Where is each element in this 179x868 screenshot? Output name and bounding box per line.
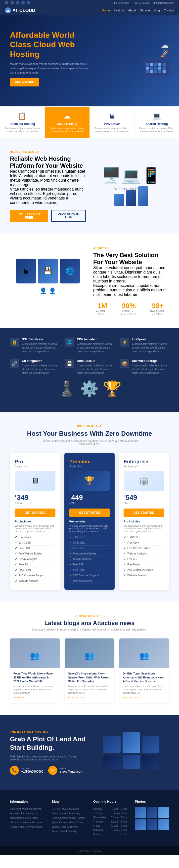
plan-name-1: Premium <box>69 459 110 465</box>
footer: Information Sit feugiat habitant amet se… <box>0 790 179 846</box>
cta-heading-line1: Grab A Plot Of Land And <box>10 735 85 743</box>
hours-day-4: Friday <box>93 825 100 827</box>
tech-title-2: LiteSpeed <box>132 338 169 341</box>
hours-row-0: Monday 8.0am – 5.0pm <box>93 807 127 811</box>
yt-icon[interactable] <box>27 1 30 4</box>
about-label: ABOUT US <box>93 247 169 250</box>
tech-icon-4: 💾 <box>65 359 74 368</box>
blog-card-1: 👥 SpaceX's Inspirational Crew Speaks Fro… <box>65 639 114 703</box>
li-icon[interactable] <box>21 1 25 4</box>
nav-contact[interactable]: Contact <box>164 9 174 12</box>
footer-bottom: Copyright © hostlabs <box>0 846 179 855</box>
feature-item: Web site Analysis <box>124 573 164 578</box>
stat-label-1: POSITIVE FEEDBACK <box>116 310 141 315</box>
feature-item: 10-10 SSD <box>124 535 164 540</box>
stat-num-0: 1M <box>93 302 111 310</box>
footer-info-text: Sit feugiat habitant amet sed eu vestibu… <box>10 807 44 829</box>
nav-blog[interactable]: Blog <box>154 9 160 12</box>
blog-section: OUR NEWS & TIPS Latest blogs ans Attacti… <box>0 602 179 715</box>
feature-card-3[interactable]: 💻 Shared Hosting Facilisis amet at orci … <box>135 107 179 138</box>
feature-card-0[interactable]: 📋 Unlimited Hosting Facilisis amet at or… <box>0 107 45 138</box>
tech-title-3: Git Integration <box>22 359 59 363</box>
feature-item: Google Analytics <box>69 556 110 562</box>
hours-day-0: Monday <box>93 808 102 810</box>
tech-title-1: CDN Included <box>77 338 114 341</box>
nav-about[interactable]: About <box>128 9 136 12</box>
hours-time-0: 8.0am – 5.0pm <box>111 808 127 810</box>
topbar: +1 876 543 xxx +66 11 723 xx info@hostla… <box>0 0 179 5</box>
feature-desc-3: Facilisis amet at orci sapien. Metus orn… <box>139 127 175 133</box>
fb-icon[interactable] <box>5 1 8 4</box>
hours-time-4: 8.0am – 5.0pm <box>111 825 127 827</box>
feature-card-1[interactable]: ☁ Cloud Hosting Facilisis amet at orci s… <box>45 107 90 138</box>
hero-heading-line3: Hosting <box>10 50 39 59</box>
hero-heading: Affordable World Class Cloud Web Hosting <box>10 30 90 59</box>
phone-icon: 📞 <box>10 766 19 775</box>
stat-2: 98+ DATABASE CENTER <box>146 302 169 315</box>
stat-1: 90% POSITIVE FEEDBACK <box>116 302 141 315</box>
blog-link-2[interactable]: Read more > > > <box>123 696 140 699</box>
try-free-button[interactable]: TRY FOR 7 DAYS FREE <box>10 210 48 222</box>
hours-day-1: Tuesday <box>93 812 103 814</box>
feature-desc-1: Facilisis amet at orci sapien. Metus orn… <box>49 127 85 133</box>
blog-excerpt-0: Lorem ipsum dolor sit amet, consectetur … <box>13 685 56 695</box>
pricing-cards: Pro Single Use 🖥 £349 / Month GET STARTE… <box>10 453 169 590</box>
feature-item: Free CDN <box>124 540 164 546</box>
footer-photo-2 <box>147 807 157 818</box>
copyright: Copyright © hostlabs <box>78 849 101 852</box>
stat-num-2: 98+ <box>146 302 169 310</box>
footer-blog-link-1[interactable]: SpaceX's Inspirational Crew Speaks From … <box>52 820 86 834</box>
plan-includes-desc-2: We also always offer discounts and promo… <box>124 524 164 533</box>
nav-home[interactable]: Home <box>102 9 110 12</box>
nav-feature[interactable]: Feature <box>114 9 124 12</box>
footer-photos: Photos <box>135 800 169 836</box>
hero-section: Affordable World Class Cloud Web Hosting… <box>0 16 179 106</box>
tw-icon[interactable] <box>10 1 14 4</box>
feature-card-2[interactable]: 🖥 VPS Server Facilisis amet at orci sapi… <box>90 107 135 138</box>
hero-visual: ☁ 🚀 <box>99 40 169 76</box>
cta-email: ✉ EMAIL steve@mail.com <box>48 766 83 775</box>
phone-value: +1(800)0000000 <box>21 770 43 773</box>
footer-blog-links: Dr. Eric Topol Says More Americans Will … <box>52 807 86 834</box>
pricing-section: PRICING PLANS Host Your Business With Ze… <box>0 412 179 602</box>
feature-title-0: Unlimited Hosting <box>4 122 40 126</box>
tech-grid: 🔒 SSL Certificate Cursus mattis molestie… <box>10 338 169 375</box>
tech-icon-3: 🔗 <box>10 359 19 368</box>
tech-desc-5: Cursus mattis molestie a lacinia at erat… <box>132 364 169 375</box>
cta-text: THE BEST WEB HOSTING Grab A Plot Of Land… <box>10 730 86 775</box>
feature-item: Free Panel <box>15 567 55 573</box>
nav-links: Home Feature About Service Blog Contact <box>102 9 174 12</box>
footer-blog-title: Blog <box>52 800 86 803</box>
feature-item: 24/7 Customer Support <box>69 573 110 578</box>
feature-title-2: VPS Server <box>94 122 130 126</box>
tech-item-5: 📦 Unlimited Storage Cursus mattis molest… <box>120 359 169 375</box>
gp-icon[interactable] <box>16 1 20 4</box>
footer-photo-4 <box>135 819 146 830</box>
hero-cta-button[interactable]: KNOW MORE <box>10 78 39 87</box>
choose-plan-button[interactable]: CHOOSE YOUR PLAN <box>51 210 86 222</box>
stat-0: 1M WEBSITE HOST <box>93 302 111 315</box>
phone-label: PHONE <box>21 767 43 770</box>
tech-item-0: 🔒 SSL Certificate Cursus mattis molestie… <box>10 338 59 353</box>
blog-title-2: Dr. Eric Topol Says More Americans Will … <box>123 672 166 683</box>
topbar-socials <box>5 1 30 4</box>
plan-type-1: Single Use <box>69 465 110 468</box>
blog-link-1[interactable]: Read more > > > <box>68 696 85 699</box>
plan-btn-0[interactable]: GET STARTED <box>15 508 55 517</box>
tech-title-4: Auto Backup <box>77 359 114 363</box>
footer-blog-link-0[interactable]: Dr. Eric Topol Says More Americans Will … <box>52 807 86 820</box>
hero-building <box>143 60 169 76</box>
feature-title-3: Shared Hosting <box>139 122 175 126</box>
stat-num-1: 90% <box>116 302 141 310</box>
hours-row-2: Wednesday 8.0am – 5.0pm <box>93 815 127 819</box>
about-heading: The Very Best Solution For Your Website <box>93 252 169 266</box>
plan-btn-2[interactable]: GET STARTED <box>124 508 164 517</box>
features-row: 📋 Unlimited Hosting Facilisis amet at or… <box>0 106 179 138</box>
plan-btn-1[interactable]: GET STARTED <box>69 508 110 517</box>
hours-row-5: Saturday 9.0am – 1.0pm <box>93 828 127 832</box>
tech-desc-0: Cursus mattis molestie a lacinia at erat… <box>22 342 59 353</box>
plan-price-2: £549 <box>124 494 164 502</box>
nav-service[interactable]: Service <box>140 9 150 12</box>
blog-link-0[interactable]: Read more > > > <box>13 696 30 699</box>
tech-content-3: Git Integration Cursus mattis molestie a… <box>22 359 59 375</box>
